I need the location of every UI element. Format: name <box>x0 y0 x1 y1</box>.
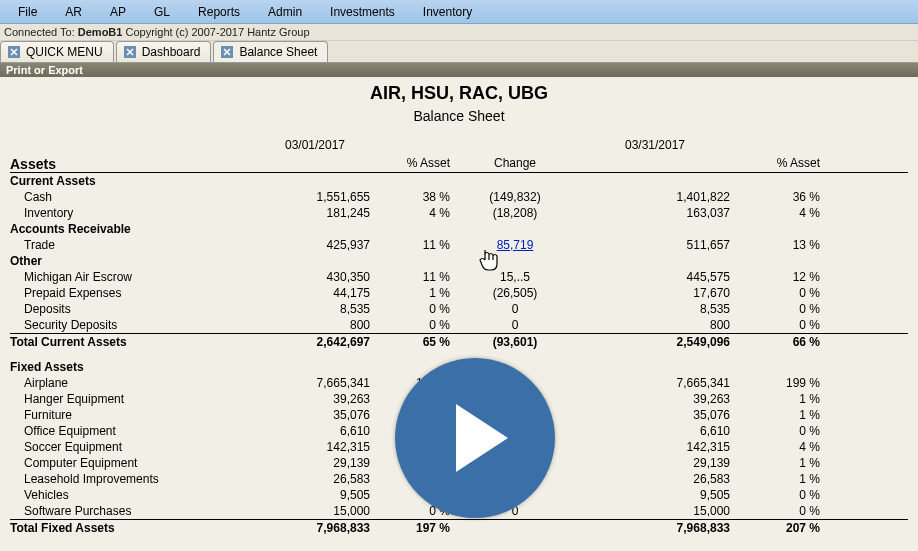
menu-ar[interactable]: AR <box>51 2 96 22</box>
row-pct-1: 0 % <box>370 318 450 332</box>
row-pct-1: 0 % <box>370 302 450 316</box>
row-value-1: 6,610 <box>260 424 370 438</box>
row-label: Leasehold Improvements <box>10 472 260 486</box>
tab-strip: QUICK MENUDashboardBalance Sheet <box>0 41 918 63</box>
pct-asset-header-2: % Asset <box>730 156 820 172</box>
row-value-1: 26,583 <box>260 472 370 486</box>
row-value-1: 15,000 <box>260 504 370 518</box>
row-pct-1: 38 % <box>370 190 450 204</box>
row-label: Deposits <box>10 302 260 316</box>
tab-label: Balance Sheet <box>239 45 317 59</box>
row-value-2: 511,657 <box>580 238 730 252</box>
menu-gl[interactable]: GL <box>140 2 184 22</box>
row-change: 0 <box>450 302 580 316</box>
current-assets-heading: Current Assets <box>10 174 260 188</box>
row-pct-2: 0 % <box>730 424 820 438</box>
row-change: (18,208) <box>450 206 580 220</box>
row-pct-2: 0 % <box>730 286 820 300</box>
close-icon[interactable] <box>7 45 21 59</box>
report-title: AIR, HSU, RAC, UBG <box>10 83 908 104</box>
row-value-1: 8,535 <box>260 302 370 316</box>
total-change: (93,601) <box>450 335 580 349</box>
row-label: Prepaid Expenses <box>10 286 260 300</box>
row-change: (149,832) <box>450 190 580 204</box>
total-label: Total Current Assets <box>10 335 260 349</box>
row-label: Soccer Equipment <box>10 440 260 454</box>
pct-asset-header-1: % Asset <box>370 156 450 172</box>
change-link[interactable]: 85,719 <box>497 238 534 252</box>
row-label: Computer Equipment <box>10 456 260 470</box>
total-pct-1: 65 % <box>370 335 450 349</box>
row-label: Airplane <box>10 376 260 390</box>
row-change: (26,505) <box>450 286 580 300</box>
total-pct-2: 66 % <box>730 335 820 349</box>
total-fixed-assets-row: Total Fixed Assets7,968,833197 %7,968,83… <box>10 519 908 535</box>
date-col-1: 03/01/2017 <box>260 138 370 152</box>
menu-file[interactable]: File <box>4 2 51 22</box>
row-label: Trade <box>10 238 260 252</box>
tab-quick-menu[interactable]: QUICK MENU <box>0 41 114 62</box>
row-label: Furniture <box>10 408 260 422</box>
row-pct-1: 4 % <box>370 206 450 220</box>
row-pct-2: 0 % <box>730 504 820 518</box>
table-row: Cash1,551,65538 %(149,832)1,401,82236 % <box>10 189 908 205</box>
menu-admin[interactable]: Admin <box>254 2 316 22</box>
row-value-1: 9,505 <box>260 488 370 502</box>
row-value-2: 8,535 <box>580 302 730 316</box>
row-value-2: 1,401,822 <box>580 190 730 204</box>
row-value-2: 9,505 <box>580 488 730 502</box>
row-value-2: 445,575 <box>580 270 730 284</box>
row-pct-2: 36 % <box>730 190 820 204</box>
total-value-1: 7,968,833 <box>260 521 370 535</box>
tab-balance-sheet[interactable]: Balance Sheet <box>213 41 328 62</box>
row-value-2: 163,037 <box>580 206 730 220</box>
row-value-2: 142,315 <box>580 440 730 454</box>
accounts-receivable-heading: Accounts Receivable <box>10 222 260 236</box>
close-icon[interactable] <box>220 45 234 59</box>
menu-investments[interactable]: Investments <box>316 2 409 22</box>
row-value-1: 44,175 <box>260 286 370 300</box>
menu-ap[interactable]: AP <box>96 2 140 22</box>
total-current-assets-row: Total Current Assets2,642,69765 %(93,601… <box>10 333 908 349</box>
table-row: Security Deposits8000 %08000 % <box>10 317 908 333</box>
row-value-1: 29,139 <box>260 456 370 470</box>
row-pct-2: 0 % <box>730 488 820 502</box>
row-value-2: 15,000 <box>580 504 730 518</box>
status-db: DemoB1 <box>78 26 123 38</box>
row-pct-1: 1 % <box>370 286 450 300</box>
tab-label: Dashboard <box>142 45 201 59</box>
tab-label: QUICK MENU <box>26 45 103 59</box>
other-heading: Other <box>10 254 260 268</box>
row-value-2: 39,263 <box>580 392 730 406</box>
tab-dashboard[interactable]: Dashboard <box>116 41 212 62</box>
total-value-1: 2,642,697 <box>260 335 370 349</box>
row-pct-2: 1 % <box>730 456 820 470</box>
row-label: Vehicles <box>10 488 260 502</box>
close-icon[interactable] <box>123 45 137 59</box>
total-label: Total Fixed Assets <box>10 521 260 535</box>
status-copyright: Copyright (c) 2007-2017 Hantz Group <box>122 26 309 38</box>
row-label: Hanger Equipment <box>10 392 260 406</box>
table-row: Trade425,93711 %85,719511,65713 % <box>10 237 908 253</box>
total-value-2: 2,549,096 <box>580 335 730 349</box>
play-button[interactable] <box>395 358 555 518</box>
menu-inventory[interactable]: Inventory <box>409 2 486 22</box>
table-row: Prepaid Expenses44,1751 %(26,505)17,6700… <box>10 285 908 301</box>
row-value-1: 430,350 <box>260 270 370 284</box>
row-pct-2: 12 % <box>730 270 820 284</box>
row-value-2: 800 <box>580 318 730 332</box>
menu-reports[interactable]: Reports <box>184 2 254 22</box>
row-pct-2: 0 % <box>730 302 820 316</box>
row-value-1: 142,315 <box>260 440 370 454</box>
total-pct-2: 207 % <box>730 521 820 535</box>
row-label: Security Deposits <box>10 318 260 332</box>
row-value-2: 35,076 <box>580 408 730 422</box>
row-value-1: 425,937 <box>260 238 370 252</box>
row-pct-2: 1 % <box>730 472 820 486</box>
assets-heading: Assets <box>10 156 260 172</box>
menu-bar: FileARAPGLReportsAdminInvestmentsInvento… <box>0 0 918 24</box>
row-value-2: 7,665,341 <box>580 376 730 390</box>
row-value-2: 26,583 <box>580 472 730 486</box>
print-export-bar[interactable]: Print or Export <box>0 63 918 77</box>
total-value-2: 7,968,833 <box>580 521 730 535</box>
